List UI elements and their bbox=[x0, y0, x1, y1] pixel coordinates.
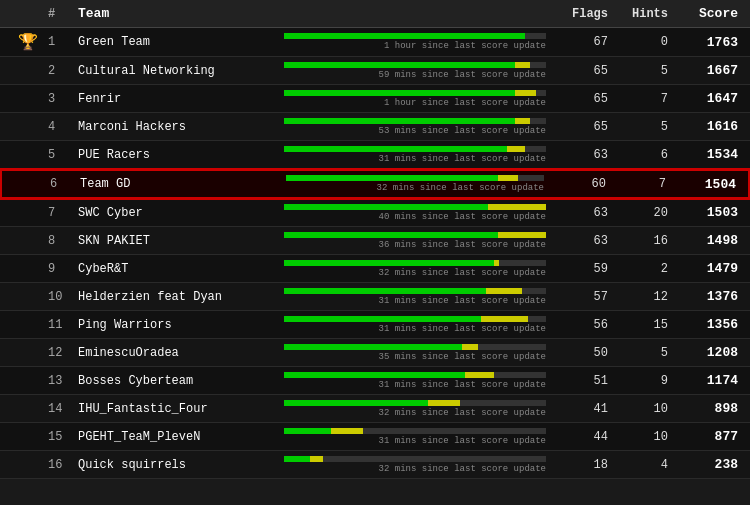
bar-container bbox=[286, 175, 544, 181]
rank-cell: 15 bbox=[48, 430, 78, 444]
flags-cell: 63 bbox=[552, 234, 612, 248]
hints-cell: 10 bbox=[612, 402, 672, 416]
rank-cell: 11 bbox=[48, 318, 78, 332]
bar-cell: 31 mins since last score update bbox=[278, 288, 552, 306]
progress-bar-yellow bbox=[428, 400, 459, 406]
rank-cell: 2 bbox=[48, 64, 78, 78]
table-row: 8SKN PAKIET36 mins since last score upda… bbox=[0, 227, 750, 255]
progress-bar-yellow bbox=[488, 204, 546, 210]
col-hints-header: Hints bbox=[612, 7, 672, 21]
table-row: 16Quick squirrels32 mins since last scor… bbox=[0, 451, 750, 479]
time-label: 53 mins since last score update bbox=[284, 126, 546, 136]
progress-bar-green bbox=[284, 344, 462, 350]
flags-cell: 63 bbox=[552, 148, 612, 162]
bar-cell: 31 mins since last score update bbox=[278, 316, 552, 334]
progress-bar-green bbox=[284, 62, 515, 68]
rank-cell: 3 bbox=[48, 92, 78, 106]
bar-container bbox=[284, 260, 546, 266]
team-name-cell: EminescuOradea bbox=[78, 346, 278, 360]
bar-container bbox=[284, 344, 546, 350]
bar-cell: 1 hour since last score update bbox=[278, 33, 552, 51]
bar-cell: 32 mins since last score update bbox=[278, 260, 552, 278]
table-row: 2Cultural Networking59 mins since last s… bbox=[0, 57, 750, 85]
team-name-cell: IHU_Fantastic_Four bbox=[78, 402, 278, 416]
rank-cell: 10 bbox=[48, 290, 78, 304]
bar-track bbox=[284, 316, 546, 322]
team-name-cell: Marconi Hackers bbox=[78, 120, 278, 134]
bar-container bbox=[284, 400, 546, 406]
team-name-cell: Green Team bbox=[78, 35, 278, 49]
progress-bar-yellow bbox=[310, 456, 323, 462]
table-row: 6Team GD32 mins since last score update6… bbox=[0, 169, 750, 199]
hints-cell: 12 bbox=[612, 290, 672, 304]
rank-cell: 1 bbox=[48, 35, 78, 49]
score-cell: 1174 bbox=[672, 373, 742, 388]
bar-track bbox=[286, 175, 544, 181]
progress-bar-yellow bbox=[481, 316, 528, 322]
flags-cell: 57 bbox=[552, 290, 612, 304]
team-name-cell: Bosses Cyberteam bbox=[78, 374, 278, 388]
hints-cell: 7 bbox=[610, 177, 670, 191]
table-row: 15PGEHT_TeaM_PleveN31 mins since last sc… bbox=[0, 423, 750, 451]
team-name-cell: Cultural Networking bbox=[78, 64, 278, 78]
flags-cell: 65 bbox=[552, 120, 612, 134]
progress-bar-green bbox=[286, 175, 498, 181]
bar-container bbox=[284, 90, 546, 96]
score-cell: 1208 bbox=[672, 345, 742, 360]
team-name-cell: SWC Cyber bbox=[78, 206, 278, 220]
team-name-cell: CybeR&T bbox=[78, 262, 278, 276]
flags-cell: 51 bbox=[552, 374, 612, 388]
bar-track bbox=[284, 372, 546, 378]
time-label: 59 mins since last score update bbox=[284, 70, 546, 80]
progress-bar-yellow bbox=[515, 90, 536, 96]
time-label: 31 mins since last score update bbox=[284, 324, 546, 334]
trophy-icon: 🏆 bbox=[18, 32, 38, 52]
table-header: # Team Flags Hints Score bbox=[0, 0, 750, 28]
flags-cell: 56 bbox=[552, 318, 612, 332]
time-label: 32 mins since last score update bbox=[286, 183, 544, 193]
time-label: 31 mins since last score update bbox=[284, 296, 546, 306]
bar-track bbox=[284, 146, 546, 152]
bar-container bbox=[284, 288, 546, 294]
score-cell: 238 bbox=[672, 457, 742, 472]
hints-cell: 9 bbox=[612, 374, 672, 388]
score-cell: 1376 bbox=[672, 289, 742, 304]
hints-cell: 4 bbox=[612, 458, 672, 472]
rank-cell: 8 bbox=[48, 234, 78, 248]
rank-cell: 16 bbox=[48, 458, 78, 472]
bar-container bbox=[284, 428, 546, 434]
bar-track bbox=[284, 400, 546, 406]
bar-container bbox=[284, 372, 546, 378]
bar-track bbox=[284, 90, 546, 96]
team-name-cell: PGEHT_TeaM_PleveN bbox=[78, 430, 278, 444]
bar-cell: 53 mins since last score update bbox=[278, 118, 552, 136]
bar-cell: 31 mins since last score update bbox=[278, 372, 552, 390]
progress-bar-green bbox=[284, 33, 525, 39]
bar-container bbox=[284, 62, 546, 68]
bar-track bbox=[284, 288, 546, 294]
score-cell: 1763 bbox=[672, 35, 742, 50]
progress-bar-green bbox=[284, 428, 331, 434]
rank-cell: 12 bbox=[48, 346, 78, 360]
bar-cell: 36 mins since last score update bbox=[278, 232, 552, 250]
bar-cell: 1 hour since last score update bbox=[278, 90, 552, 108]
bar-container bbox=[284, 33, 546, 39]
score-cell: 1616 bbox=[672, 119, 742, 134]
progress-bar-yellow bbox=[494, 260, 499, 266]
bar-track bbox=[284, 232, 546, 238]
flags-cell: 65 bbox=[552, 64, 612, 78]
hints-cell: 20 bbox=[612, 206, 672, 220]
score-cell: 1356 bbox=[672, 317, 742, 332]
flags-cell: 65 bbox=[552, 92, 612, 106]
progress-bar-yellow bbox=[331, 428, 362, 434]
progress-bar-green bbox=[284, 400, 428, 406]
flags-cell: 50 bbox=[552, 346, 612, 360]
score-cell: 1647 bbox=[672, 91, 742, 106]
bar-track bbox=[284, 344, 546, 350]
team-name-cell: PUE Racers bbox=[78, 148, 278, 162]
progress-bar-green bbox=[284, 316, 481, 322]
bar-container bbox=[284, 118, 546, 124]
progress-bar-green bbox=[284, 288, 486, 294]
progress-bar-yellow bbox=[507, 146, 525, 152]
hints-cell: 5 bbox=[612, 64, 672, 78]
